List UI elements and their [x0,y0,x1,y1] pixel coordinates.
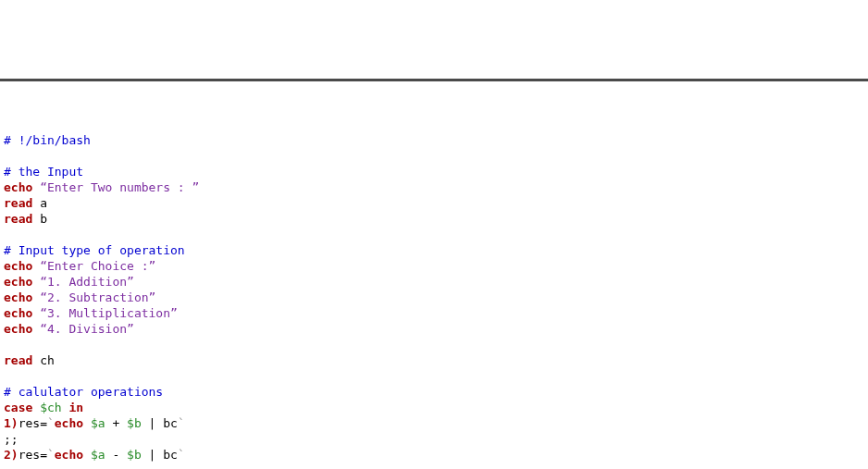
comment: # Input type of operation [4,243,185,257]
code-line: read b [4,212,47,226]
keyword-read: read [4,196,32,210]
code-line: ;; [4,432,19,446]
string-literal: “Enter Choice :” [40,259,155,273]
keyword-echo: echo [4,306,32,320]
case-terminator: ;; [4,463,19,469]
space [32,306,40,320]
backtick: ` [178,416,185,430]
case-terminator: ;; [4,432,19,446]
variable: $a [91,448,105,462]
string-literal: “2. Subtraction” [40,290,155,304]
operator: + [105,416,127,430]
space [32,275,40,289]
comment: # the Input [4,165,83,179]
keyword-echo: echo [4,180,32,194]
variable: $b [127,416,142,430]
string-literal: “4. Division” [40,322,134,336]
code-line: echo “Enter Two numbers : ” [4,180,199,194]
keyword-in: in [68,401,83,414]
backtick: ` [47,448,55,462]
space [83,448,91,462]
blank-line [4,368,864,384]
space [32,401,40,414]
variable: $a [91,416,105,430]
comment: # !/bin/bash [4,133,91,147]
space [32,180,40,194]
assignment: res= [19,448,47,462]
keyword-read: read [4,353,32,367]
code-line: echo “Enter Choice :” [4,259,155,273]
string-literal: “3. Multiplication” [40,306,178,320]
blank-line [4,227,864,242]
backtick: ` [178,448,185,462]
code-line: echo “2. Subtraction” [4,290,155,304]
keyword-echo: echo [55,448,83,462]
code-editor[interactable]: # !/bin/bash # the Input echo “Enter Two… [0,113,868,469]
blank-line [4,337,864,352]
keyword-case: case [4,401,32,414]
case-label: 1) [4,416,19,430]
string-literal: “1. Addition” [40,275,134,289]
keyword-echo: echo [4,275,32,289]
code-line: # the Input [4,165,83,179]
operator: - [105,448,127,462]
window-top-bar [0,79,868,81]
code-line: # !/bin/bash [4,133,91,147]
code-line: ;; [4,463,19,469]
code-line: echo “3. Multiplication” [4,306,178,320]
code-line: read a [4,196,47,210]
pipe-bc: | bc [142,448,178,462]
code-line: 2)res=`echo $a - $b | bc` [4,448,185,462]
keyword-read: read [4,212,32,226]
identifier: b [32,212,47,226]
case-label: 2) [4,448,19,462]
string-literal: “Enter Two numbers : ” [40,180,199,194]
code-line: echo “4. Division” [4,322,134,336]
code-line: # Input type of operation [4,243,185,257]
code-line: case $ch in [4,401,83,414]
space [83,416,91,430]
keyword-echo: echo [4,290,32,304]
code-line: # calulator operations [4,385,163,399]
assignment: res= [19,416,47,430]
space [32,259,40,273]
code-line: 1)res=`echo $a + $b | bc` [4,416,185,430]
code-line: echo “1. Addition” [4,275,134,289]
variable: $ch [40,401,61,414]
space [32,322,40,336]
code-line: read ch [4,353,55,367]
keyword-echo: echo [4,322,32,336]
backtick: ` [47,416,55,430]
comment: # calulator operations [4,385,163,399]
pipe-bc: | bc [142,416,178,430]
keyword-echo: echo [4,259,32,273]
identifier: ch [32,353,54,367]
variable: $b [127,448,142,462]
space [32,290,40,304]
blank-line [4,148,864,164]
keyword-echo: echo [55,416,83,430]
identifier: a [32,196,47,210]
